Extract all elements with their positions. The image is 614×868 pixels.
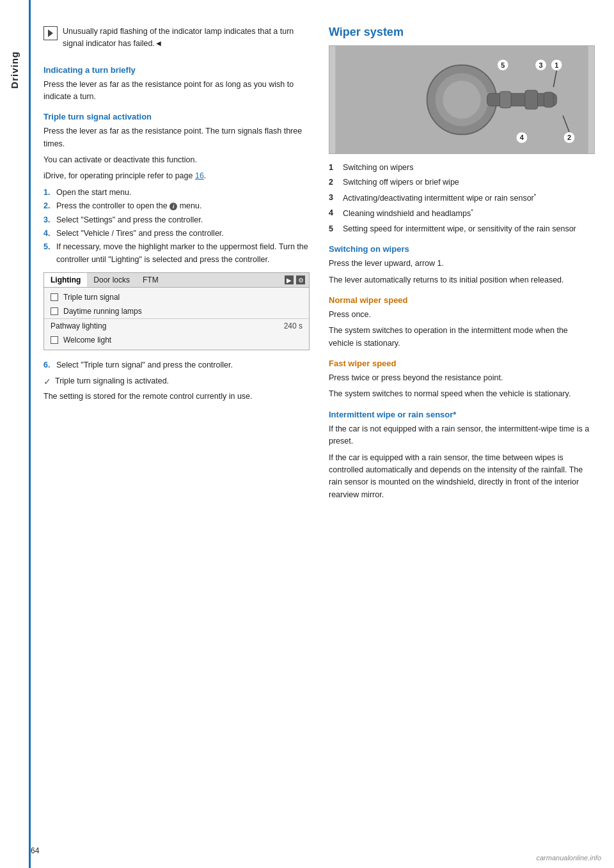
checkbox-triple: [51, 293, 58, 301]
play-icon: [47, 29, 54, 38]
step-1: 1. Open the start menu.: [43, 187, 310, 199]
final-text: The setting is stored for the remote con…: [43, 391, 310, 403]
svg-rect-7: [525, 90, 538, 109]
checkbox-daytime: [51, 307, 58, 315]
step-6: 6. Select "Triple turn signal" and press…: [43, 359, 310, 371]
right-column: Wiper system: [329, 26, 595, 842]
svg-rect-8: [544, 92, 553, 107]
notice-text: Unusually rapid flashing of the indicato…: [63, 26, 310, 50]
i-menu-icon: i: [169, 203, 177, 210]
menu-item-daytime: Daytime running lamps: [44, 304, 309, 318]
check-note: ✓ Triple turn signaling is activated.: [43, 376, 310, 387]
section-intermittent-heading: Intermittent wipe or rain sensor*: [329, 410, 595, 419]
switching-text1: Press the lever upward, arrow 1.: [329, 258, 595, 270]
sidebar: Driving: [0, 0, 31, 868]
section-indicating-text: Press the lever as far as the resistance…: [43, 79, 310, 104]
menu-item-pathway: Pathway lighting 240 s: [44, 319, 309, 333]
tab-lighting: Lighting: [44, 273, 87, 287]
step-5: 5. If necessary, move the highlight mark…: [43, 241, 310, 266]
normal-text1: Press once.: [329, 309, 595, 321]
svg-text:3: 3: [539, 61, 543, 69]
fast-text2: The system switches to normal speed when…: [329, 388, 595, 400]
section-triple-heading: Triple turn signal activation: [43, 112, 310, 121]
wiper-item-3: 3 Activating/deactivating intermittent w…: [329, 192, 595, 205]
main-content: Unusually rapid flashing of the indicato…: [31, 0, 614, 868]
section-indicating-heading: Indicating a turn briefly: [43, 65, 310, 75]
section-triple-idrive: iDrive, for operating principle refer to…: [43, 170, 310, 182]
sidebar-label: Driving: [9, 51, 20, 89]
notice-box: Unusually rapid flashing of the indicato…: [43, 26, 310, 54]
svg-text:2: 2: [567, 134, 571, 141]
wiper-item-1: 1 Switching on wipers: [329, 162, 595, 174]
section-normal-heading: Normal wiper speed: [329, 295, 595, 305]
wiper-diagram-image: 1 2 3 4 5: [329, 45, 595, 154]
menu-back-icon: ▶: [285, 275, 294, 284]
svg-marker-0: [48, 29, 53, 37]
svg-text:4: 4: [520, 134, 524, 141]
section-triple-text2: You can activate or deactivate this func…: [43, 154, 310, 166]
menu-screenshot: Lighting Door locks FTM ▶ ⚙ Triple turn …: [43, 272, 310, 350]
section-fast-heading: Fast wiper speed: [329, 359, 595, 368]
intermittent-text2: If the car is equipped with a rain senso…: [329, 452, 595, 502]
section-switching-heading: Switching on wipers: [329, 244, 595, 254]
wiper-items-list: 1 Switching on wipers 2 Switching off wi…: [329, 162, 595, 235]
step-2: 2. Press the controller to open the i me…: [43, 200, 310, 212]
svg-text:1: 1: [555, 61, 558, 69]
fast-text1: Press twice or press beyond the resistan…: [329, 372, 595, 384]
wiper-item-4: 4 Cleaning windshield and headlamps*: [329, 207, 595, 221]
watermark: carmanualonline.info: [536, 854, 601, 862]
checkmark-icon: ✓: [43, 376, 51, 387]
menu-item-welcome: Welcome light: [44, 333, 309, 347]
menu-tabs: Lighting Door locks FTM ▶ ⚙: [44, 273, 309, 288]
step-4: 4. Select "Vehicle / Tires" and press th…: [43, 228, 310, 240]
steps-list: 1. Open the start menu. 2. Press the con…: [43, 187, 310, 266]
page-number: 64: [31, 846, 39, 855]
svg-rect-6: [500, 91, 511, 108]
menu-items: Triple turn signal Daytime running lamps…: [44, 288, 309, 350]
normal-text2: The system switches to operation in the …: [329, 325, 595, 350]
menu-settings-icon: ⚙: [296, 275, 305, 284]
wiper-item-5: 5 Setting speed for intermittent wipe, o…: [329, 223, 595, 235]
menu-tab-icons: ▶ ⚙: [285, 273, 309, 287]
left-column: Unusually rapid flashing of the indicato…: [43, 26, 310, 842]
checkbox-welcome: [51, 336, 58, 344]
notice-icon: [43, 26, 58, 40]
tab-ftm: FTM: [136, 273, 165, 287]
intermittent-text1: If the car is not equipped with a rain s…: [329, 423, 595, 448]
switching-text2: The lever automatically returns to its i…: [329, 274, 595, 286]
wiper-item-2: 2 Switching off wipers or brief wipe: [329, 176, 595, 189]
page-link[interactable]: 16: [195, 171, 204, 180]
menu-item-triple: Triple turn signal: [44, 290, 309, 304]
steps-list-2: 6. Select "Triple turn signal" and press…: [43, 359, 310, 371]
svg-point-4: [443, 81, 480, 118]
tab-door-locks: Door locks: [87, 273, 136, 287]
svg-text:5: 5: [501, 61, 505, 69]
wiper-svg: 1 2 3 4 5: [329, 46, 594, 153]
wiper-system-title: Wiper system: [329, 26, 595, 39]
step-3: 3. Select "Settings" and press the contr…: [43, 214, 310, 226]
page-container: Driving Unusually rapid flashing of the …: [0, 0, 614, 868]
wiper-diagram: 1 2 3 4 5: [329, 46, 594, 153]
section-triple-text1: Press the lever as far as the resistance…: [43, 125, 310, 150]
